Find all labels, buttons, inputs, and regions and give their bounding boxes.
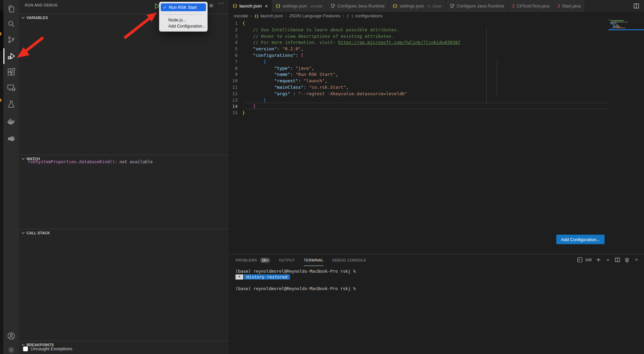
panel-tab-bar: PROBLEMS1K+OUTPUTTERMINALDEBUG CONSOLE [236,254,366,266]
terminal-line [236,280,356,286]
shell-label[interactable]: zsh [585,257,592,262]
tab-label: CliToolsTest.java [517,3,550,9]
maximize-panel-chevron-icon[interactable] [634,257,639,263]
java-file-icon: J [557,3,560,9]
call-stack-section-header[interactable]: CALL STACK [19,229,229,236]
line-number[interactable]: 2 [229,27,242,33]
code-line-1[interactable]: 1{ [229,20,245,27]
line-number[interactable]: 15 [229,109,242,116]
tab-settings-json-user[interactable]: {}settings.json~/.../User [389,0,446,12]
code-line-5[interactable]: 5 "version": "0.2.0", [229,46,303,52]
tab-bar: {}launch.json×{}settings.json.vscodeConf… [229,0,644,12]
code-line-4[interactable]: 4 // For more information, visit: https:… [229,39,460,46]
active-indicator [3,48,4,64]
code-line-9[interactable]: 9 "name": "Run RSK Start", [229,71,338,78]
close-tab-icon[interactable]: × [265,3,268,9]
line-number[interactable]: 11 [229,84,242,90]
bottom-panel: PROBLEMS1K+OUTPUTTERMINALDEBUG CONSOLE z… [229,254,644,354]
code-line-3[interactable]: 3 // Hover to view descriptions of exist… [229,33,394,39]
run-and-debug-sidebar: RUN AND DEBUG ··· VARIABLES WATCH rskSys… [19,0,229,354]
split-terminal-icon[interactable] [615,257,620,263]
docker-icon[interactable] [7,117,16,125]
code-line-12[interactable]: 12 "args" : "--regtest -Xkeyvalue.dataso… [229,90,407,97]
terminal-line: (base) reynoldmorel@Reynolds-MacBook-Pro… [236,286,356,291]
chevron-down-icon [20,156,26,162]
debug-settings-gear-icon[interactable] [208,3,214,9]
line-number[interactable]: 14 [229,103,242,109]
panel-tab-debug-console[interactable]: DEBUG CONSOLE [332,254,366,266]
code-line-15[interactable]: 15} [229,109,245,116]
history-star-marker: * [236,274,243,280]
line-number[interactable]: 12 [229,90,242,97]
breadcrumb-item-launch-json[interactable]: {}launch.json [254,13,283,18]
settings-gear-icon[interactable] [7,345,16,354]
code-line-7[interactable]: 7 { [229,58,266,65]
panel-toolbar: zsh [577,257,639,263]
tab-configure-java-runtime[interactable]: Configure Java Runtime [446,0,508,12]
code-line-10[interactable]: 10 "request": "launch", [229,78,327,84]
menu-item-node-js[interactable]: Node.js... [159,17,207,23]
extensions-icon[interactable] [7,68,16,77]
line-number[interactable]: 13 [229,97,242,103]
source-control-icon[interactable] [7,35,16,44]
terminal-dropdown-chevron-icon[interactable] [605,257,611,263]
watch-expression-row[interactable]: rskSystemProperties.databaseKind():not a… [28,159,153,164]
tab-label: settings.json [400,3,424,9]
menu-separator [163,14,203,15]
explorer-icon[interactable] [7,5,16,14]
code-line-13[interactable]: 13 } [229,97,266,103]
editor-group: {}launch.json×{}settings.json.vscodeConf… [229,0,644,254]
line-number[interactable]: 8 [229,65,242,71]
panel-tab-problems[interactable]: PROBLEMS1K+ [236,254,270,266]
tab-settings-json-vscode[interactable]: {}settings.json.vscode [272,0,327,12]
chevron-down-icon [20,230,26,236]
code-line-2[interactable]: 2 // Use IntelliSense to learn about pos… [229,27,399,33]
json-file-icon: {} [393,4,397,9]
terminal-content[interactable]: (base) reynoldmorel@Reynolds-MacBook-Pro… [236,268,356,291]
tab-clitoolstest-java[interactable]: JCliToolsTest.java [508,0,554,12]
menu-item-run-rsk-start[interactable]: ✓ Run RSK Start [161,3,206,11]
menu-item-add-configuration[interactable]: Add Configuration... [159,23,207,29]
minimap[interactable] [609,19,644,50]
panel-tab-output[interactable]: OUTPUT [279,254,295,266]
run-and-debug-icon[interactable] [7,52,16,61]
java-runtime-icon [450,3,455,9]
account-icon[interactable] [7,332,16,340]
line-number[interactable]: 6 [229,52,242,58]
array-symbol-icon: [ ] [347,14,353,18]
split-editor-icon[interactable] [633,3,639,9]
add-configuration-button[interactable]: Add Configuration... [556,235,605,244]
new-terminal-icon[interactable] [596,257,601,263]
tab-configure-java-runtime[interactable]: Configure Java Runtime [327,0,389,12]
line-number[interactable]: 10 [229,78,242,84]
minimap-current-line [609,29,644,30]
kill-terminal-trash-icon[interactable] [624,257,630,263]
problems-count-badge: 1K+ [260,258,270,263]
panel-tab-terminal[interactable]: TERMINAL [304,254,324,266]
more-actions-icon[interactable]: ··· [218,0,224,6]
sidebar-title: RUN AND DEBUG [25,3,58,7]
code-line-6[interactable]: 6 "configurations": [ [229,52,303,58]
line-number[interactable]: 9 [229,71,242,78]
terminal-shell-icon[interactable] [577,257,582,263]
line-number[interactable]: 3 [229,33,242,39]
search-icon[interactable] [7,19,16,28]
line-number[interactable]: 5 [229,46,242,52]
uncaught-exceptions-checkbox[interactable] [23,347,28,351]
line-number[interactable]: 1 [229,20,242,27]
line-number[interactable]: 4 [229,39,242,46]
breadcrumb-item-json-language-features[interactable]: JSON Language Features [289,13,341,18]
tab-label: Configure Java Runtime [457,3,504,9]
line-number[interactable]: 7 [229,58,242,65]
code-line-8[interactable]: 8 "type": "java", [229,65,314,71]
gradle-icon[interactable] [7,134,16,143]
breadcrumb-item-configurations[interactable]: [ ]configurations [347,13,383,18]
breadcrumb-item-vscode[interactable]: .vscode [233,13,248,18]
remote-explorer-icon[interactable] [7,83,16,92]
testing-icon[interactable] [7,100,16,109]
tab-start-java[interactable]: JStart.java [554,0,585,12]
breadcrumb[interactable]: .vscode›{}launch.json›JSON Language Feat… [233,12,383,19]
terminal-line: (base) reynoldmorel@Reynolds-MacBook-Pro… [236,268,356,274]
code-line-11[interactable]: 11 "mainClass": "co.rsk.Start", [229,84,349,90]
tab-launch-json[interactable]: {}launch.json× [229,0,272,12]
